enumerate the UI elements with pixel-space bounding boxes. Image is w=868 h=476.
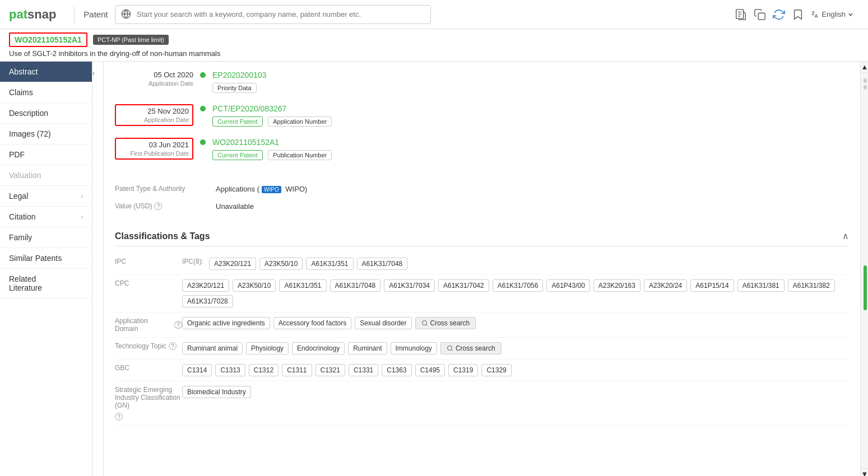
current-patent-tag-1[interactable]: Current Patent — [212, 116, 263, 127]
svg-line-7 — [451, 349, 452, 351]
patent-id-badge: WO2021105152A1 — [9, 32, 87, 47]
tech-topic-info-icon[interactable]: ? — [169, 342, 177, 350]
value-label: Value (USD) ? — [115, 202, 216, 210]
search-bar[interactable] — [115, 5, 431, 24]
cpc-tag-10[interactable]: A23K20/24 — [644, 279, 687, 292]
gbc-tag-3[interactable]: C1312 — [249, 364, 278, 376]
cpc-tag-8[interactable]: A61P43/00 — [546, 279, 590, 292]
scroll-thumb-main[interactable] — [864, 265, 867, 310]
cpc-tag-6[interactable]: A61K31/7042 — [438, 279, 489, 292]
gbc-tag-8[interactable]: C1495 — [415, 364, 445, 376]
bookmark-icon[interactable] — [791, 8, 805, 21]
sidebar-item-legal[interactable]: Legal › — [0, 186, 92, 207]
expand-collapse-btn[interactable]: ∧ — [842, 231, 849, 241]
current-patent-tag-2[interactable]: Current Patent — [212, 150, 263, 160]
sidebar-item-citation[interactable]: Citation › — [0, 207, 92, 227]
gbc-tag-9[interactable]: C1319 — [448, 364, 478, 376]
sidebar-item-description[interactable]: Description — [0, 103, 92, 124]
strategic-row: Strategic Emerging Industry Classificati… — [115, 381, 849, 426]
cpc-tag-2[interactable]: A23K50/10 — [233, 279, 276, 292]
app-number-tag[interactable]: Application Number — [268, 116, 332, 127]
timeline-content-3: WO2021105152A1 Current Patent Publicatio… — [212, 138, 849, 160]
gbc-tag-5[interactable]: C1321 — [315, 364, 345, 376]
gbc-tag-1[interactable]: C1314 — [182, 364, 212, 376]
scroll-up-btn[interactable]: ▲ — [861, 62, 868, 73]
gbc-tag-4[interactable]: C1311 — [282, 364, 312, 376]
sidebar-collapse-btn[interactable]: ‹ — [92, 62, 104, 476]
domain-tag-1[interactable]: Organic active ingredients — [182, 317, 270, 329]
cpc-tag-1[interactable]: A23K20/121 — [182, 279, 229, 292]
timeline-link-2[interactable]: PCT/EP2020/083267 — [212, 104, 849, 113]
cpc-row: CPC A23K20/121 A23K50/10 A61K31/351 A61K… — [115, 275, 849, 312]
tech-tag-1[interactable]: Ruminant animal — [182, 342, 243, 354]
sidebar-item-family[interactable]: Family — [0, 227, 92, 248]
gbc-tag-7[interactable]: C1363 — [382, 364, 411, 376]
sidebar-item-pdf[interactable]: PDF — [0, 144, 92, 165]
ipc-tag-4[interactable]: A61K31/7048 — [357, 258, 408, 270]
cpc-tag-3[interactable]: A61K31/351 — [279, 279, 326, 292]
pub-number-tag[interactable]: Publication Number — [268, 150, 332, 160]
scrollbar-track[interactable]: ▲ ▼ — [860, 62, 868, 476]
cpc-tag-7[interactable]: A61K31/7056 — [493, 279, 544, 292]
sidebar-item-related[interactable]: RelatedLiterature — [0, 269, 92, 298]
cpc-tag-4[interactable]: A61K31/7048 — [330, 279, 381, 292]
scroll-thumb-mid — [864, 85, 867, 90]
timeline-row-3: 03 Jun 2021 First Publication Date WO202… — [115, 138, 849, 160]
tech-tag-4[interactable]: Ruminant — [348, 342, 387, 354]
tech-tag-2[interactable]: Physiology — [246, 342, 289, 354]
value-row: Value (USD) ? Unavailable — [115, 198, 849, 215]
domain-cross-search-btn[interactable]: Cross search — [415, 317, 476, 329]
main-layout: Abstract Claims Description Images (72) … — [0, 62, 868, 476]
tech-cross-search-label: Cross search — [456, 344, 495, 352]
timeline-link-1[interactable]: EP2020200103 — [212, 71, 849, 80]
logo-pat: pat — [9, 7, 27, 22]
cpc-tag-11[interactable]: A61P15/14 — [690, 279, 734, 292]
cpc-tag-12[interactable]: A61K31/381 — [737, 279, 785, 292]
header-divider — [74, 6, 75, 23]
patent-type-label: Patent Type & Authority — [115, 185, 216, 193]
svg-line-5 — [426, 324, 427, 325]
app-domain-info-icon[interactable]: ? — [174, 321, 182, 329]
ipc-row: IPC IPC(8): A23K20/121 A23K50/10 A61K31/… — [115, 253, 849, 275]
tech-tag-3[interactable]: Endocrinology — [292, 342, 345, 354]
citation-chevron-icon: › — [81, 214, 83, 220]
tech-cross-search-btn[interactable]: Cross search — [440, 342, 502, 354]
wipo-badge: WIPO — [262, 186, 281, 193]
copy-icon[interactable] — [753, 8, 767, 21]
gbc-tag-2[interactable]: C1313 — [215, 364, 245, 376]
cpc-tags: A23K20/121 A23K50/10 A61K31/351 A61K31/7… — [182, 279, 849, 307]
sidebar-citation-label: Citation — [9, 212, 35, 221]
cpc-tag-14[interactable]: A61K31/7028 — [182, 295, 233, 307]
ipc-tag-3[interactable]: A61K31/351 — [306, 258, 353, 270]
ipc-tag-1[interactable]: A23K20/121 — [209, 258, 256, 270]
strategic-label-text: Strategic Emerging Industry Classificati… — [115, 386, 182, 409]
timeline-content-2: PCT/EP2020/083267 Current Patent Applica… — [212, 104, 849, 127]
gbc-tags: C1314 C1313 C1312 C1311 C1321 C1331 C136… — [182, 364, 849, 376]
cpc-tag-9[interactable]: A23K20/163 — [593, 279, 640, 292]
gbc-tag-10[interactable]: C1329 — [481, 364, 511, 376]
sidebar-item-valuation[interactable]: Valuation — [0, 165, 92, 186]
header: patsnap Patent English — [0, 0, 868, 29]
sidebar-item-similar[interactable]: Similar Patents — [0, 248, 92, 269]
sidebar-item-abstract[interactable]: Abstract — [0, 62, 92, 82]
scroll-down-btn[interactable]: ▼ — [861, 468, 868, 476]
strategic-tag-1[interactable]: Biomedical Industry — [182, 386, 251, 398]
ipc-tag-2[interactable]: A23K50/10 — [259, 258, 303, 270]
gbc-tag-6[interactable]: C1331 — [349, 364, 378, 376]
sidebar: Abstract Claims Description Images (72) … — [0, 62, 92, 476]
language-button[interactable]: English — [810, 10, 853, 19]
strategic-info-icon[interactable]: ? — [115, 413, 123, 421]
domain-tag-2[interactable]: Accessory food factors — [273, 317, 351, 329]
sidebar-item-claims[interactable]: Claims — [0, 82, 92, 103]
sidebar-item-images[interactable]: Images (72) — [0, 124, 92, 144]
refresh-icon[interactable] — [772, 8, 786, 21]
tech-tag-5[interactable]: Immunology — [391, 342, 437, 354]
priority-data-tag[interactable]: Priority Data — [212, 83, 257, 93]
value-info-icon[interactable]: ? — [154, 202, 162, 210]
cpc-tag-5[interactable]: A61K31/7034 — [384, 279, 435, 292]
cpc-tag-13[interactable]: A61K31/382 — [788, 279, 835, 292]
timeline-link-3[interactable]: WO2021105152A1 — [212, 138, 849, 147]
pdf-icon[interactable] — [734, 8, 748, 21]
search-input[interactable] — [137, 10, 425, 18]
domain-tag-3[interactable]: Sexual disorder — [355, 317, 411, 329]
